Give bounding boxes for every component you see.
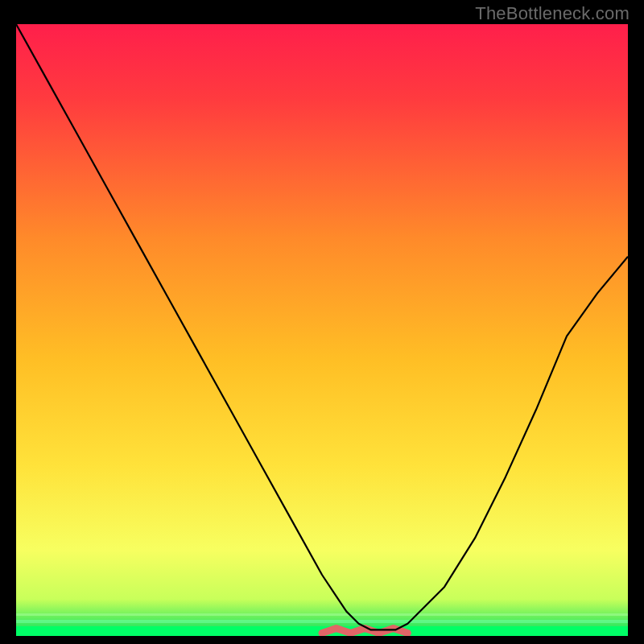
watermark-text: TheBottleneck.com xyxy=(475,3,630,24)
gradient-background xyxy=(16,24,628,636)
base-stripe-2 xyxy=(16,613,628,616)
base-stripe-1 xyxy=(16,620,628,623)
chart-frame: TheBottleneck.com xyxy=(0,0,644,644)
plot-area xyxy=(16,24,628,636)
bottleneck-chart xyxy=(16,24,628,636)
